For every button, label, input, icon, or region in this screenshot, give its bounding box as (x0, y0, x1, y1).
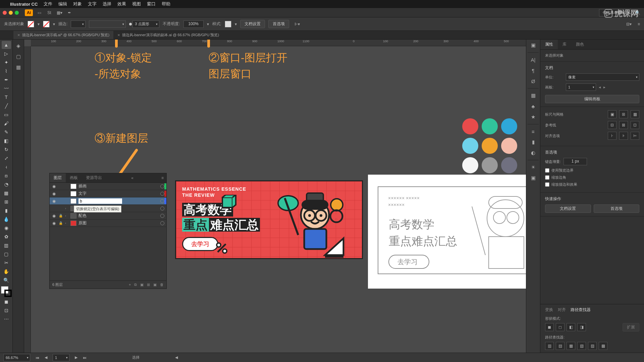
panel-menu-icon[interactable]: ≡ (159, 174, 166, 182)
target-icon[interactable] (160, 206, 164, 210)
minus-back-icon[interactable]: ▩ (599, 342, 607, 350)
eraser-tool[interactable]: ◧ (2, 137, 11, 145)
clip-mask-icon[interactable]: ▣ (140, 283, 144, 287)
artboard-tool[interactable]: ▢ (2, 250, 11, 258)
unite-icon[interactable]: ◼ (545, 323, 554, 331)
graph-tool[interactable]: ▥ (2, 241, 11, 249)
panel-toggle-icon[interactable]: ⊟▾ (626, 22, 632, 26)
nav-prev-icon[interactable]: ◀ (45, 355, 47, 360)
quick-prefs-button[interactable]: 首选项 (594, 204, 640, 213)
arrange-icon[interactable]: ▦▾ (56, 9, 63, 16)
zoom-dropdown[interactable]: 66.67% (3, 354, 30, 361)
merge-icon[interactable]: ▦ (567, 342, 575, 350)
stroke-profile-dropdown[interactable] (89, 20, 126, 28)
fill-stroke-control[interactable] (1, 286, 12, 297)
opacity-input[interactable]: 100% (183, 20, 204, 28)
width-tool[interactable]: ⫞ (2, 163, 11, 171)
target-icon[interactable] (160, 214, 164, 218)
transparency-rail-icon[interactable]: ◐ (529, 149, 537, 157)
home-icon[interactable]: ▭ (36, 9, 43, 16)
crop-icon[interactable]: ▧ (577, 342, 586, 350)
document-tab[interactable]: × 描边风-banner演示稿的副本.ai @ 66.67% (RGB/GPU … (113, 31, 223, 39)
symbols-rail-icon[interactable]: ★ (529, 113, 537, 121)
selection-tool[interactable]: ▲ (2, 41, 11, 49)
exclude-icon[interactable]: ◨ (577, 323, 586, 331)
minimize-window-button[interactable] (9, 11, 13, 15)
layer-row[interactable]: ◉ 插画 (50, 183, 166, 190)
lock-toggle-icon[interactable]: 🔒 (58, 221, 63, 225)
type-tool[interactable]: T (2, 93, 11, 101)
shaper-tool[interactable]: ✎ (2, 128, 11, 136)
visibility-toggle-icon[interactable]: ◉ (52, 221, 56, 226)
panel-menu-icon[interactable]: ≡ (638, 22, 640, 26)
direct-selection-tool[interactable]: ▷ (2, 50, 11, 58)
menu-view[interactable]: 视图 (132, 1, 141, 7)
panel-tab-artboards[interactable]: 画板 (66, 173, 82, 182)
expand-button[interactable]: 扩展 (623, 323, 639, 331)
new-layer-icon[interactable]: ▣ (153, 283, 157, 287)
pen-tool[interactable]: ✒ (2, 76, 11, 84)
color-mode-icon[interactable]: ◼ (2, 298, 11, 306)
layer-row[interactable]: ◉ (50, 197, 166, 205)
visibility-toggle-icon[interactable]: ◉ (52, 184, 56, 189)
nav-last-icon[interactable]: ⏭ (83, 356, 87, 360)
panel-tab-properties[interactable]: 属性 (540, 40, 558, 49)
delete-layer-icon[interactable]: 🗑 (160, 283, 164, 287)
target-icon[interactable] (160, 199, 164, 203)
lock-toggle-icon[interactable]: 🔒 (58, 214, 63, 218)
trim-icon[interactable]: ▤ (556, 342, 565, 350)
guides-show-icon[interactable]: ⊟ (608, 121, 616, 129)
new-sublayer-icon[interactable]: ⊞ (147, 283, 150, 287)
panel-tab-asset-export[interactable]: 资源导出 (82, 173, 106, 182)
intersect-icon[interactable]: ◧ (567, 323, 575, 331)
scroll-left-icon[interactable]: ◀ (175, 355, 178, 360)
swatches-rail-icon[interactable]: ▦ (529, 92, 537, 99)
layer-row[interactable]: ◉ 文字 (50, 190, 166, 197)
hand-tool[interactable]: ✋ (2, 267, 11, 276)
locate-layer-icon[interactable]: ⌖ (129, 283, 131, 287)
edit-toolbar-icon[interactable]: ⋯ (2, 315, 11, 323)
layer-row[interactable]: › 切换锁定(空白表示可编辑) (50, 205, 166, 212)
visibility-toggle-icon[interactable]: ◉ (52, 214, 56, 218)
panel-collapse-icon[interactable]: « (128, 174, 136, 182)
rotate-tool[interactable]: ↻ (2, 145, 11, 154)
target-icon[interactable] (160, 184, 164, 188)
expand-toggle-icon[interactable]: › (65, 222, 68, 225)
stroke-rail-icon[interactable]: ≡ (529, 128, 537, 135)
scale-corners-checkbox[interactable] (545, 175, 549, 180)
magic-wand-tool[interactable]: ✦ (2, 58, 11, 66)
layer-name-input[interactable] (78, 198, 122, 204)
key-increment-input[interactable]: 1 px (564, 158, 587, 165)
curvature-tool[interactable]: 〰 (2, 84, 11, 93)
gpu-icon[interactable]: ✒ (66, 9, 73, 16)
collect-icon[interactable]: ⧉ (134, 283, 137, 287)
quick-doc-setup-button[interactable]: 文档设置 (545, 204, 591, 213)
panel-tab-libraries[interactable]: 库 (558, 40, 571, 49)
menu-object[interactable]: 对象 (73, 1, 82, 7)
eyedropper-tool[interactable]: 💧 (2, 215, 11, 223)
prev-artboard-icon[interactable]: ◂ (599, 85, 601, 89)
visibility-toggle-icon[interactable]: ◉ (52, 191, 56, 196)
next-artboard-icon[interactable]: ▸ (603, 85, 605, 89)
artboard-nav-dropdown[interactable]: 1 (53, 354, 69, 361)
target-icon[interactable] (160, 192, 164, 196)
preview-bounds-checkbox[interactable] (545, 168, 549, 173)
maximize-window-button[interactable] (15, 11, 19, 15)
expand-toggle-icon[interactable]: › (65, 214, 68, 218)
appearance-rail-icon[interactable]: ☀ (529, 164, 537, 171)
scale-strokes-checkbox[interactable] (545, 182, 549, 187)
nav-first-icon[interactable]: ⏮ (36, 356, 39, 360)
outline-icon[interactable]: ▨ (588, 342, 597, 350)
transparency-grid-icon[interactable]: ▦ (631, 110, 639, 118)
gradient-tool[interactable]: ▮ (2, 206, 11, 215)
asset-export-panel-icon[interactable]: ▦ (14, 64, 22, 71)
gradient-rail-icon[interactable]: ▮ (529, 138, 537, 146)
tab-close-icon[interactable]: × (17, 33, 20, 38)
menu-help[interactable]: 帮助 (162, 1, 170, 7)
ruler-icon[interactable]: ▣ (608, 110, 616, 118)
zoom-tool[interactable]: 🔍 (2, 276, 11, 284)
app-name[interactable]: Illustrator CC (10, 2, 38, 7)
menu-window[interactable]: 窗口 (147, 1, 156, 7)
stock-icon[interactable]: St (46, 9, 53, 16)
layers-panel-icon[interactable]: ◈ (14, 42, 22, 50)
